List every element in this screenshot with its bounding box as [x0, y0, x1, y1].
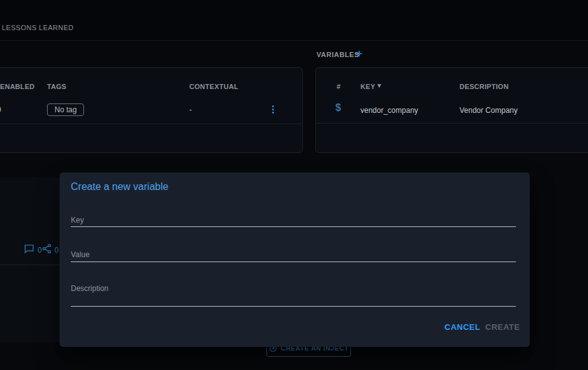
- value-input[interactable]: [71, 262, 516, 262]
- column-header-description: DESCRIPTION: [459, 83, 508, 90]
- column-header-contextual: CONTEXTUAL: [189, 83, 238, 90]
- sort-arrow-icon[interactable]: ▼: [376, 82, 382, 89]
- column-header-number: #: [337, 83, 340, 90]
- column-header-tags: TAGS: [47, 83, 66, 90]
- top-bar: [0, 0, 588, 41]
- section-title: LESSONS LEARNED: [2, 24, 73, 31]
- description-input[interactable]: [71, 306, 516, 307]
- inject-contextual-value: -: [189, 105, 192, 114]
- plus-icon: +: [355, 48, 362, 60]
- description-field-label: Description: [71, 284, 108, 293]
- shares-count: 0: [55, 246, 59, 255]
- tag-chip: No tag: [47, 103, 84, 116]
- variable-type-icon: $: [335, 102, 341, 114]
- inject-enabled-value: 0: [0, 105, 1, 114]
- inject-row-divider: [0, 124, 302, 124]
- key-input[interactable]: [71, 226, 516, 227]
- variables-table-panel: [315, 67, 588, 153]
- variable-row-divider: [316, 123, 588, 124]
- key-field-label: Key: [71, 216, 84, 225]
- inject-row-menu-button[interactable]: [268, 102, 277, 116]
- app-screen: LESSONS LEARNED VARIABLES + ENABLED TAGS…: [0, 0, 588, 370]
- injects-table-panel: [0, 67, 303, 153]
- dialog-title: Create a new variable: [71, 181, 169, 193]
- variable-description-value: Vendor Company: [459, 106, 518, 115]
- inject-detail-card: [0, 177, 60, 342]
- column-header-enabled: ENABLED: [0, 83, 34, 90]
- kebab-icon: [272, 105, 274, 107]
- add-variable-button[interactable]: +: [352, 46, 366, 60]
- create-button[interactable]: CREATE: [480, 320, 525, 334]
- cancel-button[interactable]: CANCEL: [439, 320, 485, 334]
- share-icon[interactable]: [41, 243, 52, 256]
- column-header-key[interactable]: KEY: [360, 83, 375, 90]
- value-field-label: Value: [71, 250, 90, 259]
- comments-icon[interactable]: [24, 243, 34, 256]
- card-divider: [0, 265, 60, 265]
- variable-key-value: vendor_company: [360, 106, 418, 115]
